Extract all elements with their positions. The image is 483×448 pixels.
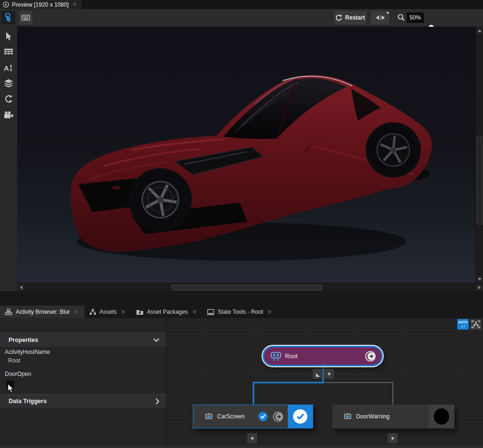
node-car-screen[interactable]: CarScreen	[193, 405, 313, 428]
scroll-left-button[interactable]	[18, 284, 24, 291]
layers-tool-icon[interactable]	[3, 77, 14, 89]
select-tool-icon[interactable]	[3, 31, 14, 42]
data-triggers-section-header[interactable]: Data Triggers	[0, 394, 166, 408]
preview-horizontal-scrollbar[interactable]	[17, 283, 483, 291]
dropdown-corner-icon	[386, 12, 388, 14]
node-door-warning[interactable]: DoorWarning	[332, 405, 454, 428]
toolbar-separator	[17, 12, 18, 23]
interact-mode-button[interactable]	[1, 11, 15, 24]
asset-packages-icon	[136, 309, 144, 315]
preview-vertical-scrollbar[interactable]	[475, 27, 483, 283]
active-check-icon	[258, 412, 268, 421]
sync-icon[interactable]	[272, 411, 284, 423]
horizontal-scroll-thumb[interactable]	[172, 285, 322, 290]
node-car-screen-main: CarScreen	[193, 405, 288, 428]
car-render	[17, 27, 475, 283]
preview-toolbar: Restart 50%	[0, 9, 483, 27]
inactive-state-icon	[434, 408, 449, 425]
node-car-screen-state-toggle[interactable]	[288, 405, 313, 428]
collapse-children-button[interactable]	[313, 369, 323, 379]
node-car-screen-label: CarScreen	[217, 413, 254, 420]
vertical-scroll-thumb[interactable]	[477, 136, 482, 224]
top-tab-strip: Preview [1920 x 1080] ✕	[0, 0, 483, 9]
text-tool-icon[interactable]: A	[3, 62, 14, 74]
state-tools-icon	[207, 309, 214, 315]
svg-text:A: A	[4, 64, 9, 72]
chevron-down-icon	[153, 338, 159, 342]
assets-icon	[89, 309, 96, 315]
sync-icon[interactable]	[364, 350, 377, 363]
tab-asset-packages[interactable]: Asset Packages ✕	[131, 306, 202, 318]
tab-activity-browser[interactable]: Activity Browser: Blur ✕	[0, 306, 84, 318]
state-check-icon	[293, 409, 307, 424]
click-cursor-icon	[3, 12, 13, 23]
node-root-label: Root	[285, 353, 364, 360]
activity-host-icon	[271, 352, 281, 361]
keyboard-input-button[interactable]	[19, 11, 32, 24]
door-open-label: DoorOpen	[5, 371, 31, 377]
restart-button[interactable]: Restart	[334, 11, 367, 24]
panel-gap	[0, 291, 483, 306]
mouse-cursor	[7, 384, 14, 393]
tab-label: Activity Browser: Blur	[16, 309, 70, 315]
activity-host-name-label: ActivityHostName	[5, 349, 50, 355]
status-bar	[0, 445, 483, 448]
collapse-triangle-icon	[316, 373, 320, 377]
add-child-car-screen-button[interactable]: +	[247, 433, 257, 443]
toolbar-separator	[368, 12, 369, 23]
add-child-root-button[interactable]: +	[324, 369, 334, 379]
camera-tool-icon[interactable]	[3, 109, 14, 120]
keyboard-icon	[21, 15, 30, 21]
tab-assets[interactable]: Assets ✕	[84, 306, 131, 318]
tab-close-icon[interactable]: ✕	[191, 309, 198, 315]
tab-state-tools[interactable]: State Tools - Root ✕	[202, 306, 277, 318]
scroll-right-button[interactable]	[476, 284, 483, 291]
add-child-door-warning-button[interactable]: +	[388, 433, 398, 443]
tab-close-icon[interactable]: ✕	[266, 309, 273, 315]
zoom-magnifier-icon	[397, 13, 405, 21]
front-wheel	[134, 172, 187, 227]
rear-wheel	[369, 125, 417, 175]
activity-host-name-value[interactable]: Root	[8, 357, 20, 364]
application-window: Preview [1920 x 1080] ✕	[0, 0, 483, 448]
play-circle-icon	[3, 1, 9, 8]
properties-section-header[interactable]: Properties	[0, 333, 166, 347]
node-door-warning-label: DoorWarning	[356, 413, 425, 420]
tab-label: Assets	[100, 309, 117, 315]
grid-tool-icon[interactable]	[3, 46, 14, 58]
node-root[interactable]: Root	[264, 347, 381, 365]
properties-panel: Properties ActivityHostName Root DoorOpe…	[0, 318, 166, 445]
tab-preview-close-icon[interactable]: ✕	[72, 1, 78, 8]
restart-label: Restart	[345, 14, 365, 21]
tab-close-icon[interactable]: ✕	[120, 309, 126, 315]
activity-browser-icon	[5, 309, 12, 315]
tab-label: Asset Packages	[147, 309, 188, 315]
left-tool-strip: A	[0, 27, 17, 291]
screen-activity-icon	[344, 413, 352, 420]
tab-label: State Tools - Root	[218, 309, 263, 315]
restart-icon	[336, 14, 342, 21]
chevron-right-icon	[156, 398, 159, 405]
properties-header-label: Properties	[9, 337, 38, 343]
node-door-warning-state-toggle[interactable]	[429, 405, 454, 428]
tab-preview[interactable]: Preview [1920 x 1080] ✕	[0, 0, 82, 9]
scroll-down-button[interactable]	[476, 276, 483, 282]
tab-preview-label: Preview [1920 x 1080]	[12, 1, 69, 8]
connections-tool-icon[interactable]	[3, 93, 14, 105]
eye-icon	[376, 14, 385, 21]
tab-close-icon[interactable]: ✕	[73, 309, 79, 315]
scroll-up-button[interactable]	[476, 27, 483, 34]
preview-viewport[interactable]	[17, 27, 475, 283]
data-triggers-header-label: Data Triggers	[9, 398, 47, 405]
visibility-button[interactable]	[371, 11, 389, 24]
zoom-level-value[interactable]: 50%	[407, 12, 424, 23]
screen-activity-icon	[205, 413, 213, 420]
activity-graph-panel[interactable]: AUTO ↓↑ Root	[167, 318, 483, 445]
bottom-tab-strip: Activity Browser: Blur ✕ Assets ✕ Asset …	[0, 306, 483, 318]
node-door-warning-main: DoorWarning	[332, 405, 429, 428]
